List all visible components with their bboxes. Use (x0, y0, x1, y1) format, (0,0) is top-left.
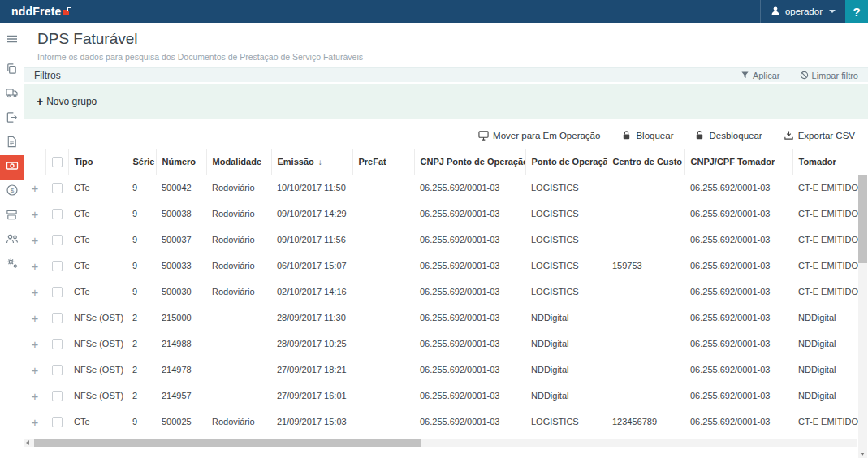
sidebar-item-export[interactable] (0, 106, 24, 131)
page-title: DPS Faturável (37, 30, 855, 48)
table-row[interactable]: CTe 9 500030 Rodoviário 02/10/2017 14:16… (24, 279, 858, 305)
sidebar-item-truck[interactable] (0, 82, 24, 106)
row-checkbox[interactable] (52, 313, 63, 323)
clear-filter-label: Limpar filtro (812, 71, 858, 80)
scroll-down-icon[interactable] (860, 453, 865, 456)
unblock-label: Desbloquear (709, 131, 762, 141)
expand-row-icon[interactable] (32, 337, 39, 351)
header-numero[interactable]: Número (156, 149, 206, 175)
cell-cnpj-ponto: 06.255.692/0001-03 (414, 279, 525, 305)
header-modalidade[interactable]: Modalidade (206, 149, 271, 175)
expand-row-icon[interactable] (32, 233, 39, 247)
sidebar-item-coin[interactable]: $ (0, 180, 24, 204)
sidebar-item-document[interactable] (0, 131, 24, 155)
apply-filter-button[interactable]: Aplicar (741, 71, 780, 80)
table-row[interactable]: NFSe (OST) 2 214988 28/09/2017 10:25 06.… (24, 331, 858, 357)
cell-serie: 9 (127, 409, 156, 435)
table-row[interactable]: CTe 9 500038 Rodoviário 09/10/2017 14:29… (24, 201, 858, 227)
cell-cnpj-tomador: 06.255.692/0001-03 (684, 305, 792, 331)
cell-tipo: NFSe (OST) (68, 305, 127, 331)
header-select-all (45, 149, 68, 175)
cell-tomador: NDDigital (792, 305, 858, 331)
sidebar-item-menu[interactable] (0, 28, 24, 53)
select-all-checkbox[interactable] (52, 157, 63, 167)
user-menu[interactable]: operador (760, 0, 845, 23)
cell-emissao: 02/10/2017 14:16 (271, 279, 352, 305)
brand-logo[interactable]: nddFrete (0, 0, 71, 23)
topbar-right: operador ? (760, 0, 868, 23)
clear-filter-button[interactable]: Limpar filtro (800, 71, 858, 80)
horizontal-scrollbar-thumb[interactable] (34, 439, 421, 447)
sidebar-item-users[interactable] (0, 228, 24, 253)
sidebar-item-copy[interactable] (0, 58, 24, 82)
cell-tomador: NDDigital (792, 331, 858, 357)
cell-cnpj-ponto: 06.255.692/0001-03 (414, 305, 525, 331)
header-tomador[interactable]: Tomador (792, 149, 858, 175)
header-cnpj-tomador[interactable]: CNPJ/CPF Tomador (684, 149, 792, 175)
funnel-icon (741, 71, 749, 80)
row-checkbox[interactable] (52, 287, 63, 297)
vertical-scrollbar-thumb[interactable] (858, 175, 867, 263)
horizontal-scrollbar[interactable] (24, 439, 857, 447)
row-checkbox[interactable] (52, 261, 63, 271)
expand-row-icon[interactable] (32, 181, 39, 195)
cell-emissao: 28/09/2017 10:25 (271, 331, 352, 357)
expand-row-icon[interactable] (32, 285, 39, 299)
row-checkbox[interactable] (52, 183, 63, 193)
expand-row-icon[interactable] (32, 207, 39, 221)
expand-row-icon[interactable] (32, 415, 39, 429)
cell-tipo: CTe (68, 279, 127, 305)
cell-serie: 2 (127, 331, 156, 357)
cell-centro-custo (607, 227, 684, 253)
header-cnpj-ponto[interactable]: CNPJ Ponto de Operação (414, 149, 525, 175)
header-centro-custo[interactable]: Centro de Custo (607, 149, 684, 175)
expand-row-icon[interactable] (32, 259, 39, 273)
row-checkbox[interactable] (52, 209, 63, 219)
cell-serie: 2 (127, 305, 156, 331)
cell-modalidade (206, 305, 271, 331)
vertical-scrollbar[interactable] (858, 175, 867, 458)
header-serie[interactable]: Série (127, 149, 156, 175)
row-checkbox[interactable] (52, 391, 63, 401)
table-row[interactable]: NFSe (OST) 2 215000 28/09/2017 11:30 06.… (24, 305, 858, 331)
header-tipo[interactable]: Tipo (68, 149, 127, 175)
cell-cnpj-tomador: 06.255.692/0001-03 (684, 357, 792, 383)
row-checkbox[interactable] (52, 365, 63, 375)
block-button[interactable]: Bloquear (621, 130, 673, 141)
sidebar-item-archive[interactable] (0, 204, 24, 228)
sidebar-item-settings[interactable] (0, 253, 24, 277)
scroll-left-icon[interactable] (26, 440, 29, 445)
action-bar: Mover para Em Operação Bloquear Desbloqu… (24, 119, 868, 149)
cell-prefat (352, 409, 414, 435)
cell-prefat (352, 357, 414, 383)
expand-row-icon[interactable] (32, 389, 39, 403)
row-checkbox[interactable] (52, 235, 63, 245)
cell-tomador: CT-E EMITIDO EM (792, 409, 858, 435)
cell-serie: 9 (127, 175, 156, 201)
row-checkbox[interactable] (52, 339, 63, 349)
unblock-button[interactable]: Desbloquear (694, 130, 762, 141)
move-to-operation-button[interactable]: Mover para Em Operação (478, 130, 600, 141)
header-emissao[interactable]: Emissão↓ (271, 149, 352, 175)
table-row[interactable]: CTe 9 500042 Rodoviário 10/10/2017 11:50… (24, 175, 858, 201)
new-group-button[interactable]: Novo grupo (37, 95, 97, 108)
export-csv-button[interactable]: Exportar CSV (784, 130, 855, 141)
sidebar-item-billing[interactable] (0, 155, 24, 180)
cell-emissao: 06/10/2017 15:07 (271, 253, 352, 279)
help-button[interactable]: ? (845, 0, 868, 23)
table-row[interactable]: NFSe (OST) 2 214978 27/09/2017 18:21 06.… (24, 357, 858, 383)
table-row[interactable]: CTe 9 500025 Rodoviário 21/09/2017 15:03… (24, 409, 858, 435)
expand-row-icon[interactable] (32, 363, 39, 377)
table-row[interactable]: NFSe (OST) 2 214957 27/09/2017 16:01 06.… (24, 383, 858, 409)
cell-modalidade: Rodoviário (206, 175, 271, 201)
row-checkbox[interactable] (52, 417, 63, 427)
expand-row-icon[interactable] (32, 311, 39, 325)
table-row[interactable]: CTe 9 500037 Rodoviário 09/10/2017 11:56… (24, 227, 858, 253)
header-prefat[interactable]: PreFat (352, 149, 414, 175)
copy-icon (6, 63, 18, 78)
cell-ponto: NDDigital (525, 383, 607, 409)
table-row[interactable]: CTe 9 500033 Rodoviário 06/10/2017 15:07… (24, 253, 858, 279)
cell-ponto: LOGISTICS (525, 279, 607, 305)
header-ponto[interactable]: Ponto de Operação (525, 149, 607, 175)
cell-tipo: CTe (68, 253, 127, 279)
